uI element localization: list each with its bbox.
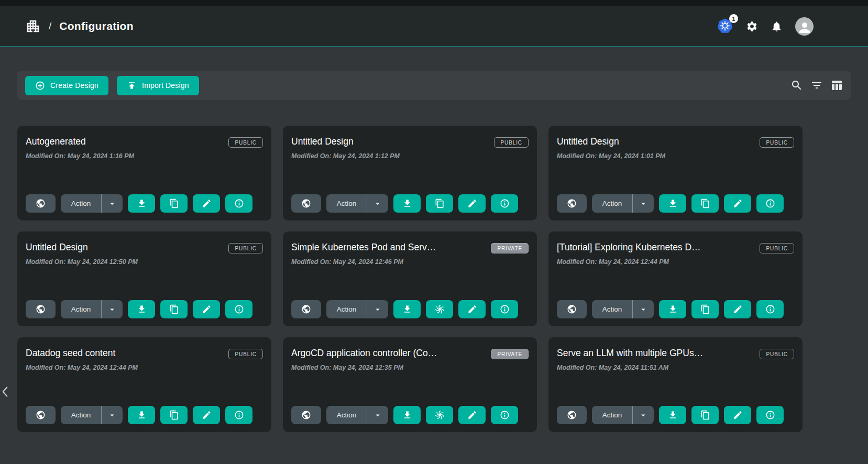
settings-button[interactable] [746,20,758,32]
clone-button[interactable] [160,406,188,424]
info-button[interactable] [225,194,252,213]
edit-button[interactable] [458,300,486,318]
design-card[interactable]: Untitled Design PUBLIC Modified On: May … [17,231,271,326]
design-card[interactable]: Untitled Design PUBLIC Modified On: May … [283,126,537,220]
info-icon [234,198,244,208]
action-split-button[interactable]: Action [326,194,388,213]
clone-button[interactable] [691,300,719,318]
action-split-button[interactable]: Action [592,194,654,213]
header-accent-divider [0,46,868,47]
notifications-button[interactable] [771,20,783,32]
visibility-badge: PUBLIC [760,243,794,253]
edit-button[interactable] [458,194,486,213]
info-button[interactable] [756,406,784,424]
action-split-button[interactable]: Action [592,406,654,424]
visibility-globe-button[interactable] [557,406,587,424]
visibility-globe-button[interactable] [291,406,321,424]
visibility-globe-button[interactable] [291,194,321,213]
import-design-button[interactable]: Import Design [117,76,199,95]
download-button[interactable] [128,406,155,424]
visibility-globe-button[interactable] [26,300,56,318]
edit-button[interactable] [458,406,486,424]
action-split-button[interactable]: Action [592,300,654,318]
download-button[interactable] [128,300,155,318]
info-button[interactable] [225,406,252,424]
design-card[interactable]: Autogenerated PUBLIC Modified On: May 24… [17,126,271,220]
info-button[interactable] [756,300,784,318]
context-count-badge: 1 [729,14,738,23]
collapse-panel-button[interactable] [1,385,9,400]
clone-button[interactable] [160,300,188,318]
download-button[interactable] [659,194,686,213]
create-design-button[interactable]: Create Design [25,76,108,95]
info-button[interactable] [756,194,784,213]
action-dropdown-toggle[interactable] [367,305,388,314]
action-dropdown-toggle[interactable] [102,411,123,420]
info-button[interactable] [491,300,518,318]
edit-button[interactable] [724,300,751,318]
download-button[interactable] [659,406,686,424]
design-card[interactable]: Serve an LLM with multiple GPUs… PUBLIC … [548,337,803,432]
info-button[interactable] [225,300,252,318]
action-split-button[interactable]: Action [61,406,123,424]
gear-icon [746,20,758,32]
download-button[interactable] [659,300,686,318]
action-dropdown-toggle[interactable] [633,199,654,208]
action-split-button[interactable]: Action [61,300,123,318]
clone-button[interactable] [426,406,453,424]
globe-icon [36,304,46,314]
edit-button[interactable] [193,300,220,318]
clone-button[interactable] [426,300,453,318]
visibility-badge: PRIVATE [491,349,529,359]
download-button[interactable] [393,300,421,318]
clone-button[interactable] [160,194,188,213]
visibility-globe-button[interactable] [291,300,321,318]
design-card[interactable]: Datadog seed content PUBLIC Modified On:… [17,337,271,432]
visibility-badge: PRIVATE [491,243,529,253]
clone-button[interactable] [691,406,719,424]
action-split-button[interactable]: Action [326,406,388,424]
clone-button[interactable] [426,194,453,213]
edit-pencil-icon [202,410,212,420]
design-card[interactable]: [Tutorial] Exploring Kubernetes D… PUBLI… [548,231,803,326]
avatar[interactable] [795,17,814,36]
visibility-globe-button[interactable] [26,406,56,424]
filter-button[interactable] [810,79,823,92]
app-header: / Configuration 1 [0,0,868,47]
edit-button[interactable] [724,194,751,213]
info-icon [500,410,510,420]
info-button[interactable] [491,406,518,424]
kubernetes-context-button[interactable]: 1 [717,18,733,35]
edit-button[interactable] [193,194,220,213]
design-card[interactable]: Untitled Design PUBLIC Modified On: May … [548,126,803,220]
building-icon[interactable] [25,18,41,34]
import-design-label: Import Design [142,81,189,90]
caret-down-icon [373,199,382,208]
modified-date: Modified On: May 24, 2024 1:12 PM [291,152,529,160]
edit-button[interactable] [193,406,220,424]
info-button[interactable] [491,194,518,213]
action-split-button[interactable]: Action [326,300,388,318]
visibility-globe-button[interactable] [557,300,587,318]
visibility-globe-button[interactable] [557,194,587,213]
action-dropdown-toggle[interactable] [633,411,654,420]
table-view-button[interactable] [830,79,843,92]
action-dropdown-toggle[interactable] [102,305,123,314]
download-button[interactable] [393,194,421,213]
action-dropdown-toggle[interactable] [367,411,388,420]
download-button[interactable] [128,194,155,213]
action-dropdown-toggle[interactable] [102,199,123,208]
download-button[interactable] [393,406,421,424]
action-split-button[interactable]: Action [61,194,123,213]
design-card[interactable]: ArgoCD application controller (Co… PRIVA… [283,337,537,432]
visibility-globe-button[interactable] [26,194,56,213]
download-icon [137,410,147,420]
action-dropdown-toggle[interactable] [633,305,654,314]
page-title: Configuration [59,20,134,32]
clone-button[interactable] [691,194,719,213]
edit-button[interactable] [724,406,751,424]
info-icon [500,304,510,314]
design-card[interactable]: Simple Kubernetes Pod and Serv… PRIVATE … [283,231,537,326]
search-button[interactable] [790,79,803,92]
action-dropdown-toggle[interactable] [367,199,388,208]
